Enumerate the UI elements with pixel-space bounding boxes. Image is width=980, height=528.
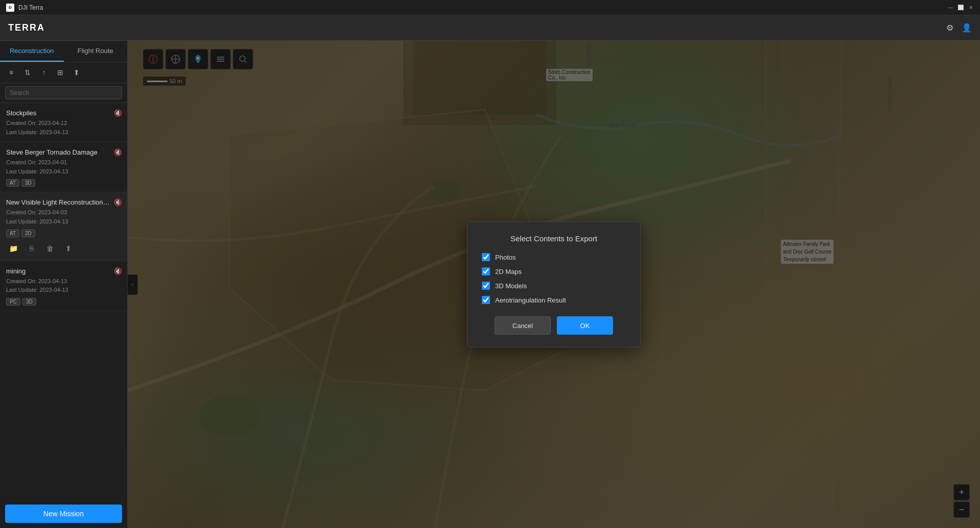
tag-3d: 3D: [21, 179, 35, 187]
project-meta: Created On: 2023-04-12 Last Update: 2023…: [6, 119, 121, 137]
modal-overlay: Select Contents to Export Photos 2D Maps: [128, 41, 980, 528]
checkbox-photos[interactable]: [482, 253, 490, 261]
grid-view-button[interactable]: ⊞: [53, 65, 67, 80]
tag-2d: 2D: [21, 230, 35, 237]
checkbox-3d-models[interactable]: [482, 282, 490, 290]
main-content: Reconstruction Flight Route ≡ ⇅ ↑ ⊞ ⬆ St…: [0, 41, 980, 528]
titlebar: D DJI Terra — ⬜ ✕: [0, 0, 980, 15]
option-photos[interactable]: Photos: [482, 253, 626, 261]
label-2d-maps: 2D Maps: [495, 268, 522, 275]
tag-at: AT: [6, 179, 19, 187]
list-item[interactable]: Steve Berger Tornado Damage Created On: …: [0, 142, 127, 192]
option-3d-models[interactable]: 3D Models: [482, 282, 626, 290]
speaker-icon[interactable]: 🔇: [114, 109, 122, 117]
search-input[interactable]: [5, 86, 122, 99]
delete-button[interactable]: 🗑: [43, 241, 57, 256]
tag-3d: 3D: [22, 298, 36, 306]
folder-button[interactable]: 📁: [6, 241, 20, 256]
app-icon: D: [6, 4, 14, 12]
minimize-button[interactable]: —: [947, 5, 953, 11]
option-2d-maps[interactable]: 2D Maps: [482, 267, 626, 275]
upload-button[interactable]: ↑: [37, 65, 51, 80]
ok-button[interactable]: OK: [557, 316, 613, 335]
app-header: TERRA ⚙ 👤: [0, 15, 980, 41]
project-list: Stockpiles Created On: 2023-04-12 Last U…: [0, 103, 127, 499]
maximize-button[interactable]: ⬜: [958, 5, 964, 11]
export-dialog: Select Contents to Export Photos 2D Maps: [467, 221, 641, 347]
dialog-buttons: Cancel OK: [482, 316, 626, 335]
project-tags: AT 2D: [6, 230, 121, 237]
list-item[interactable]: New Visible Light Reconstruction Mis... …: [0, 192, 127, 261]
sidebar-toolbar: ≡ ⇅ ↑ ⊞ ⬆: [0, 62, 127, 83]
tag-at: AT: [6, 230, 19, 237]
app-logo: TERRA: [8, 22, 45, 33]
label-3d-models: 3D Models: [495, 282, 527, 290]
checkbox-2d-maps[interactable]: [482, 267, 490, 275]
header-actions: ⚙ 👤: [946, 23, 972, 33]
close-button[interactable]: ✕: [968, 5, 974, 11]
speaker-icon[interactable]: 🔇: [114, 198, 122, 206]
copy-button[interactable]: ⎘: [24, 241, 39, 256]
settings-icon[interactable]: ⚙: [946, 23, 953, 33]
option-aerotriangulation[interactable]: Aerotriangulation Result: [482, 296, 626, 304]
project-name: New Visible Light Reconstruction Mis...: [6, 198, 121, 206]
label-photos: Photos: [495, 254, 516, 261]
project-name: Stockpiles: [6, 109, 121, 117]
new-mission-button[interactable]: New Mission: [5, 505, 122, 523]
speaker-icon[interactable]: 🔇: [114, 148, 122, 156]
export-button[interactable]: ⬆: [69, 65, 84, 80]
project-name: mining: [6, 267, 121, 275]
search-box: [0, 83, 127, 103]
speaker-icon[interactable]: 🔇: [114, 267, 122, 275]
export-options: Photos 2D Maps 3D Models Aerotriang: [482, 253, 626, 304]
project-meta: Created On: 2023-04-03 Last Update: 2023…: [6, 208, 121, 226]
export-item-button[interactable]: ⬆: [61, 241, 76, 256]
map-area: Streb ConstructionCo., Inc Deer Creek Al…: [128, 41, 980, 528]
dialog-title: Select Contents to Export: [482, 234, 626, 243]
cancel-button[interactable]: Cancel: [495, 316, 551, 335]
sort-button[interactable]: ⇅: [20, 65, 35, 80]
project-meta: Created On: 2023-04-01 Last Update: 2023…: [6, 158, 121, 176]
list-item[interactable]: Stockpiles Created On: 2023-04-12 Last U…: [0, 103, 127, 142]
list-item[interactable]: mining Created On: 2023-04-13 Last Updat…: [0, 261, 127, 311]
titlebar-title: DJI Terra: [18, 4, 43, 11]
project-actions: 📁 ⎘ 🗑 ⬆: [6, 241, 121, 256]
sidebar: Reconstruction Flight Route ≡ ⇅ ↑ ⊞ ⬆ St…: [0, 41, 128, 528]
project-name: Steve Berger Tornado Damage: [6, 148, 121, 156]
titlebar-left: D DJI Terra: [6, 4, 43, 12]
titlebar-controls[interactable]: — ⬜ ✕: [947, 5, 974, 11]
sidebar-tabs: Reconstruction Flight Route: [0, 41, 127, 62]
label-aerotriangulation: Aerotriangulation Result: [495, 296, 566, 304]
tab-flight-route[interactable]: Flight Route: [64, 41, 128, 62]
project-tags: PC 3D: [6, 298, 121, 306]
tag-pc: PC: [6, 298, 20, 306]
tab-reconstruction[interactable]: Reconstruction: [0, 41, 64, 62]
project-meta: Created On: 2023-04-13 Last Update: 2023…: [6, 277, 121, 295]
user-icon[interactable]: 👤: [962, 23, 972, 33]
project-tags: AT 3D: [6, 179, 121, 187]
list-view-button[interactable]: ≡: [4, 65, 18, 80]
checkbox-aerotriangulation[interactable]: [482, 296, 490, 304]
app-container: TERRA ⚙ 👤 Reconstruction Flight Route ≡ …: [0, 15, 980, 528]
